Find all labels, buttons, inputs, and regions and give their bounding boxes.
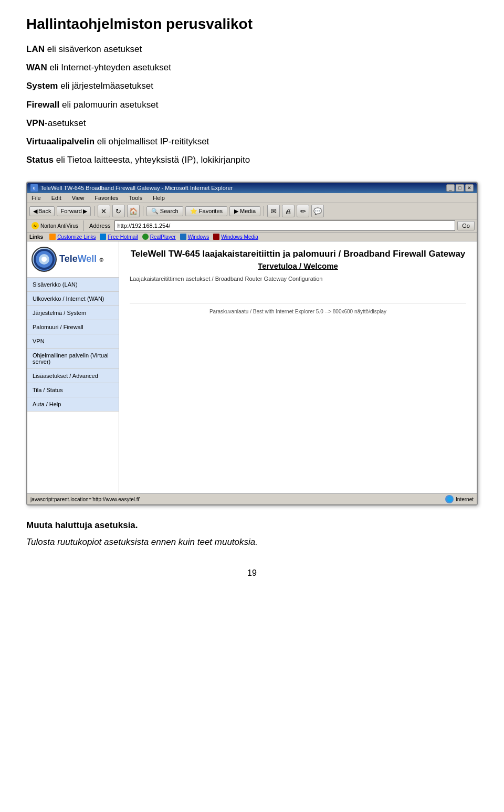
intro-section: LAN eli sisäverkon asetukset WAN eli Int… (26, 42, 478, 167)
intro-rest-6: eli ohjelmalliset IP-reititykset (94, 136, 209, 146)
norton-antivirus-label: N Norton AntiVirus (29, 222, 80, 230)
intro-line-2: WAN eli Internet-yhteyden asetukset (26, 60, 478, 75)
favorites-button[interactable]: ⭐ Favorites (185, 206, 227, 216)
menu-view[interactable]: View (70, 194, 87, 202)
intro-line-1: LAN eli sisäverkon asetukset (26, 42, 478, 56)
intro-rest-4: eli palomuurin asetukset (59, 100, 158, 110)
customize-icon (49, 234, 56, 240)
title-bar-buttons: _ □ ✕ (446, 184, 474, 192)
welcome-heading: Tervetuloa / Welcome (130, 261, 466, 270)
nav-item-vpn[interactable]: VPN (27, 334, 119, 349)
discuss-button[interactable]: 💬 (311, 205, 324, 217)
address-separator (83, 220, 84, 231)
device-title: TeleWell TW-645 laajakaistareitiittin ja… (130, 249, 466, 259)
back-button[interactable]: ◀ Back (29, 206, 55, 216)
links-realplayer[interactable]: RealPlayer (142, 234, 176, 240)
nav-item-advanced[interactable]: Lisäasetukset / Advanced (27, 369, 119, 383)
realplayer-icon (142, 234, 149, 240)
norton-text: Norton AntiVirus (40, 223, 78, 229)
toolbar: ◀ Back Forward ▶ ✕ ↻ 🏠 🔍 Search ⭐ Favori… (27, 203, 477, 219)
bottom-section: Muuta haluttuja asetuksia. Tulosta ruutu… (26, 520, 478, 547)
ie-icon: e (30, 184, 38, 192)
menu-favorites[interactable]: Favorites (92, 194, 120, 202)
norton-icon: N (32, 222, 39, 229)
stop-button[interactable]: ✕ (98, 205, 110, 217)
page-number: 19 (26, 568, 478, 578)
links-hotmail-text: Free Hotmail (108, 234, 138, 240)
intro-rest-2: eli Internet-yhteyden asetukset (47, 62, 171, 72)
intro-bold-2: WAN (26, 62, 47, 72)
bottom-italic-text: Tulosta ruutukopiot asetuksista ennen ku… (26, 537, 478, 547)
status-bar: javascript:parent.location='http://www.e… (27, 493, 477, 504)
links-bar: Links Customize Links Free Hotmail RealP… (27, 233, 477, 241)
status-text: javascript:parent.location='http://www.e… (30, 497, 140, 502)
minimize-button[interactable]: _ (446, 184, 455, 192)
menu-file[interactable]: File (29, 194, 43, 202)
intro-bold-6: Virtuaalipalvelin (26, 136, 94, 146)
intro-line-7: Status eli Tietoa laitteesta, yhteyksist… (26, 153, 478, 167)
menu-edit[interactable]: Edit (49, 194, 64, 202)
links-customize-text: Customize Links (57, 234, 96, 240)
internet-icon: 🌐 (445, 495, 454, 503)
title-bar-left: e TeleWell TW-645 Broadband Firewall Gat… (30, 184, 233, 192)
browser-content: TeleWell ® Sisäverkko (LAN) Ulkoverkko /… (27, 241, 477, 493)
search-button[interactable]: 🔍 Search (146, 206, 183, 216)
welcome-footer: Paraskuvanlaatu / Best with Internet Exp… (130, 303, 466, 314)
mail-button[interactable]: ✉ (267, 205, 280, 217)
links-label: Links (29, 234, 43, 240)
intro-bold-5: VPN (26, 118, 45, 128)
menu-help[interactable]: Help (151, 194, 167, 202)
intro-rest-5: -asetukset (45, 118, 86, 128)
windows-icon (180, 234, 186, 240)
intro-bold-1: LAN (26, 44, 45, 54)
menu-bar: File Edit View Favorites Tools Help (27, 193, 477, 203)
address-input[interactable] (114, 220, 455, 231)
status-zone: Internet (456, 497, 474, 502)
intro-bold-3: System (26, 81, 58, 91)
nav-item-firewall[interactable]: Palomuuri / Firewall (27, 320, 119, 334)
intro-line-6: Virtuaalipalvelin eli ohjelmalliset IP-r… (26, 134, 478, 149)
menu-tools[interactable]: Tools (127, 194, 145, 202)
nav-item-help[interactable]: Auta / Help (27, 397, 119, 412)
address-bar-row: N Norton AntiVirus Address Go (27, 219, 477, 233)
intro-rest-7: eli Tietoa laitteesta, yhteyksistä (IP),… (54, 155, 250, 165)
print-button[interactable]: 🖨 (282, 205, 295, 217)
toolbar-separator-3 (264, 206, 264, 216)
home-button[interactable]: 🏠 (127, 205, 140, 217)
links-customize[interactable]: Customize Links (49, 234, 96, 240)
address-label: Address (87, 223, 112, 229)
links-windows-media-text: Windows Media (221, 234, 258, 240)
go-button[interactable]: Go (457, 221, 475, 230)
welcome-desc: Laajakaistareitittimen asetukset / Broad… (130, 276, 466, 282)
telewell-logo-text: TeleWell ® (59, 254, 103, 265)
intro-rest-1: eli sisäverkon asetukset (45, 44, 142, 54)
left-nav: TeleWell ® Sisäverkko (LAN) Ulkoverkko /… (27, 241, 119, 493)
hotmail-icon (100, 234, 106, 240)
nav-item-lan[interactable]: Sisäverkko (LAN) (27, 278, 119, 292)
links-windows-text: Windows (188, 234, 209, 240)
svg-point-3 (41, 257, 47, 262)
links-hotmail[interactable]: Free Hotmail (100, 234, 138, 240)
nav-item-wan[interactable]: Ulkoverkko / Internet (WAN) (27, 292, 119, 306)
status-right: 🌐 Internet (445, 495, 474, 503)
toolbar-separator-1 (94, 206, 94, 216)
intro-line-4: Firewall eli palomuurin asetukset (26, 98, 478, 112)
browser-window: e TeleWell TW-645 Broadband Firewall Gat… (26, 182, 478, 505)
nav-item-virtual-server[interactable]: Ohjelmallinen palvelin (Virtual server) (27, 349, 119, 369)
links-realplayer-text: RealPlayer (150, 234, 176, 240)
windows-media-icon (213, 234, 219, 240)
intro-bold-7: Status (26, 155, 54, 165)
maximize-button[interactable]: □ (456, 184, 464, 192)
refresh-button[interactable]: ↻ (112, 205, 125, 217)
telewell-logo-icon (32, 247, 57, 272)
forward-button[interactable]: Forward ▶ (57, 206, 90, 216)
browser-title: TeleWell TW-645 Broadband Firewall Gatew… (40, 185, 233, 191)
media-button[interactable]: ▶ Media (229, 206, 260, 216)
links-windows-media[interactable]: Windows Media (213, 234, 258, 240)
close-button[interactable]: ✕ (465, 184, 474, 192)
intro-bold-4: Firewall (26, 100, 59, 110)
nav-item-status[interactable]: Tila / Status (27, 383, 119, 397)
links-windows[interactable]: Windows (180, 234, 209, 240)
edit-button[interactable]: ✏ (297, 205, 309, 217)
nav-item-system[interactable]: Järjestelmä / System (27, 306, 119, 320)
